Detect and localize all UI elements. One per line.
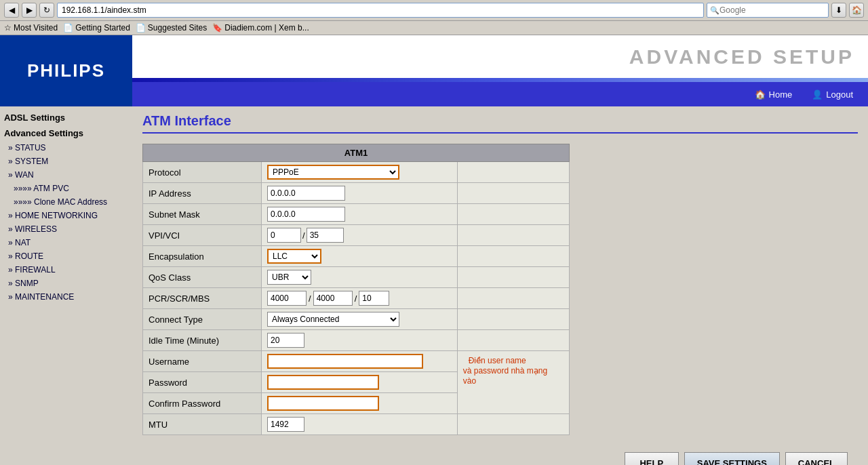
header-title-area: ADVANCED SETUP (132, 35, 868, 78)
confirm-password-label: Confirm Password (143, 393, 262, 414)
atm-table: ATM1 Protocol PPPoE PPPoA MER IPoA (142, 144, 570, 435)
logout-icon: 👤 (812, 89, 823, 100)
qos-select[interactable]: UBR CBR VBR-nrt VBR-rt (267, 270, 311, 285)
sidebar-item-status[interactable]: » STATUS (0, 141, 132, 155)
pcr-input[interactable] (267, 291, 307, 306)
encapsulation-extra (457, 246, 569, 267)
username-input[interactable] (267, 354, 423, 369)
idle-time-label: Idle Time (Minute) (143, 330, 262, 351)
sidebar: ADSL Settings Advanced Settings » STATUS… (0, 106, 132, 465)
mbs-input[interactable] (359, 291, 389, 306)
confirm-password-input[interactable] (267, 396, 379, 411)
mtu-label: MTU (143, 414, 262, 435)
protocol-extra (457, 162, 569, 183)
sidebar-item-clone-mac[interactable]: »»»» Clone MAC Address (0, 195, 132, 209)
content-area: ATM Interface ATM1 Protocol PPPoE PPP (132, 106, 868, 465)
sidebar-item-maintenance[interactable]: » MAINTENANCE (0, 290, 132, 304)
save-settings-button[interactable]: SAVE SETTINGS (684, 452, 780, 465)
sidebar-item-wan[interactable]: » WAN (0, 168, 132, 182)
scr-input[interactable] (313, 291, 353, 306)
buttons-row: HELP SAVE SETTINGS CANCEL (142, 442, 858, 465)
table-row-subnet: Subnet Mask (143, 204, 570, 225)
forward-button[interactable]: ▶ (22, 3, 37, 18)
password-cell (262, 372, 458, 393)
sidebar-advanced-title: Advanced Settings (0, 125, 132, 141)
pcr-scr-sep: / (309, 294, 311, 304)
subnet-mask-input[interactable] (267, 207, 345, 222)
header: PHILIPS ADVANCED SETUP 🏠 Home 👤 Logout (0, 35, 868, 106)
page-title: ATM Interface (142, 113, 858, 134)
logo-section: PHILIPS (0, 35, 132, 106)
logout-button[interactable]: 👤 Logout (804, 86, 861, 103)
page-wrapper: PHILIPS ADVANCED SETUP 🏠 Home 👤 Logout (0, 35, 868, 465)
cancel-button[interactable]: CANCEL (785, 452, 848, 465)
mtu-input[interactable] (267, 417, 304, 432)
search-icon: 🔍 (710, 6, 719, 15)
confirm-password-cell (262, 393, 458, 414)
search-input[interactable] (719, 5, 825, 15)
sidebar-item-snmp[interactable]: » SNMP (0, 277, 132, 290)
connect-type-label: Connect Type (143, 309, 262, 330)
password-input[interactable] (267, 375, 379, 390)
encapsulation-label: Encapsulation (143, 246, 262, 267)
sidebar-item-wireless[interactable]: » WIRELESS (0, 222, 132, 236)
vci-input[interactable] (307, 228, 344, 243)
table-row-ip: IP Address (143, 183, 570, 204)
mtu-cell (262, 414, 458, 435)
annotation-text: Điền user namevà password nhà mạngvào (463, 356, 547, 386)
mtu-extra (457, 414, 569, 435)
bookmark-getting-started[interactable]: 📄 Getting Started (63, 23, 130, 33)
qos-cell: UBR CBR VBR-nrt VBR-rt (262, 267, 458, 288)
protocol-select[interactable]: PPPoE PPPoA MER IPoA Bridge (267, 165, 399, 180)
sidebar-item-firewall[interactable]: » FIREWALL (0, 263, 132, 277)
protocol-cell: PPPoE PPPoA MER IPoA Bridge (262, 162, 458, 183)
connect-type-select[interactable]: Always Connected Connect on Demand Manua… (267, 312, 399, 327)
bookmark-most-visited[interactable]: ☆ Most Visited (4, 23, 58, 33)
table-row-qos: QoS Class UBR CBR VBR-nrt VBR-rt (143, 267, 570, 288)
advanced-setup-title: ADVANCED SETUP (629, 45, 854, 68)
idle-time-input[interactable] (267, 333, 304, 348)
home-button[interactable]: 🏠 Home (747, 86, 801, 103)
sidebar-item-route[interactable]: » ROUTE (0, 249, 132, 263)
encapsulation-cell: LLC VC MUX (262, 246, 458, 267)
sidebar-item-nat[interactable]: » NAT (0, 236, 132, 249)
sidebar-item-home-networking[interactable]: » HOME NETWORKING (0, 209, 132, 222)
sidebar-item-atm-pvc[interactable]: »»»» ATM PVC (0, 182, 132, 195)
refresh-button[interactable]: ↻ (39, 3, 54, 18)
help-button[interactable]: HELP (625, 452, 679, 465)
idle-time-cell (262, 330, 458, 351)
sidebar-adsl-title: ADSL Settings (0, 110, 132, 125)
vpi-input[interactable] (267, 228, 301, 243)
pcr-extra (457, 288, 569, 309)
table-header: ATM1 (143, 144, 570, 162)
address-bar[interactable] (57, 3, 704, 18)
connect-type-extra (457, 309, 569, 330)
ip-address-input[interactable] (267, 186, 345, 201)
subnet-mask-label: Subnet Mask (143, 204, 262, 225)
vpi-vci-extra (457, 225, 569, 246)
logo: PHILIPS (27, 60, 105, 81)
username-label: Username (143, 351, 262, 372)
table-row-protocol: Protocol PPPoE PPPoA MER IPoA Bridge (143, 162, 570, 183)
download-button[interactable]: ⬇ (831, 3, 846, 18)
main-content: ADSL Settings Advanced Settings » STATUS… (0, 106, 868, 465)
protocol-label: Protocol (143, 162, 262, 183)
pcr-cell: / / (262, 288, 458, 309)
encapsulation-select[interactable]: LLC VC MUX (267, 249, 321, 264)
table-row-idle-time: Idle Time (Minute) (143, 330, 570, 351)
subnet-extra (457, 204, 569, 225)
nav-bar: 🏠 Home 👤 Logout (132, 82, 868, 106)
back-button[interactable]: ◀ (4, 3, 19, 18)
table-row-pcr: PCR/SCR/MBS / / (143, 288, 570, 309)
table-row-mtu: MTU (143, 414, 570, 435)
sidebar-item-system[interactable]: » SYSTEM (0, 155, 132, 168)
ip-extra (457, 183, 569, 204)
bookmark-suggested-sites[interactable]: 📄 Suggested Sites (136, 23, 207, 33)
bookmarks-bar: ☆ Most Visited 📄 Getting Started 📄 Sugge… (0, 21, 868, 35)
username-cell (262, 351, 458, 372)
table-row-encapsulation: Encapsulation LLC VC MUX (143, 246, 570, 267)
home-nav-button[interactable]: 🏠 (849, 3, 864, 18)
ip-address-cell (262, 183, 458, 204)
bookmark-diadiem[interactable]: 🔖 Diadiem.com | Xem b... (212, 23, 309, 33)
table-row-username: Username Điền user namevà password nhà m… (143, 351, 570, 372)
